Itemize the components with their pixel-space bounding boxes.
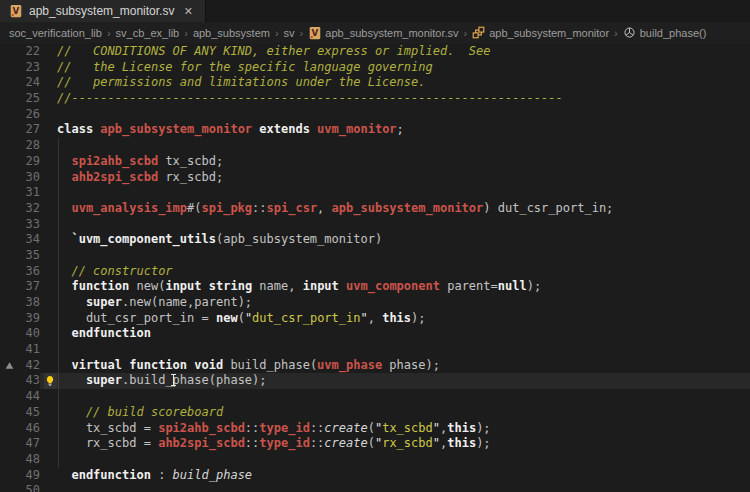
- glyph-margin: [0, 389, 18, 405]
- code-line[interactable]: 33: [0, 217, 750, 233]
- code-text: class apb_subsystem_monitor extends uvm_…: [40, 122, 750, 138]
- breadcrumb-label: apb_subsystem_monitor.sv: [325, 27, 458, 39]
- glyph-margin: [0, 44, 18, 60]
- code-line[interactable]: 25//------------------------------------…: [0, 91, 750, 107]
- line-number: 37: [18, 279, 40, 295]
- breadcrumb-item-build-phase-[interactable]: build_phase(): [623, 26, 707, 39]
- code-line[interactable]: 45 // build scoreboard: [0, 405, 750, 421]
- code-line[interactable]: 23// the License for the specific langua…: [0, 60, 750, 76]
- code-line[interactable]: 47 rx_scbd = ahb2spi_scbd::type_id::crea…: [0, 436, 750, 452]
- breadcrumb-separator: ›: [107, 27, 111, 39]
- code-line[interactable]: 34 `uvm_component_utils(apb_subsystem_mo…: [0, 232, 750, 248]
- code-text: [40, 248, 750, 264]
- breadcrumb-separator: ›: [614, 27, 618, 39]
- symbol-class-icon: [472, 26, 485, 39]
- code-line[interactable]: 26: [0, 107, 750, 123]
- glyph-margin: [0, 279, 18, 295]
- line-number: 49: [18, 468, 40, 484]
- code-line[interactable]: 36 // constructor: [0, 264, 750, 280]
- glyph-margin: [0, 75, 18, 91]
- symbol-method-icon: [623, 26, 636, 39]
- line-number: 23: [18, 60, 40, 76]
- breadcrumb-label: sv: [284, 27, 295, 39]
- code-text: endfunction : build_phase: [40, 468, 750, 484]
- code-text: function new(input string name, input uv…: [40, 279, 750, 295]
- code-line[interactable]: 49 endfunction : build_phase: [0, 468, 750, 484]
- tab-title: apb_subsystem_monitor.sv: [29, 4, 174, 18]
- line-number: 39: [18, 311, 40, 327]
- line-number: 50: [18, 483, 40, 492]
- code-line[interactable]: 32 uvm_analysis_imp#(spi_pkg::spi_csr, a…: [0, 201, 750, 217]
- line-number: 33: [18, 217, 40, 233]
- code-text: rx_scbd = ahb2spi_scbd::type_id::create(…: [40, 436, 750, 452]
- line-number: 38: [18, 295, 40, 311]
- code-line[interactable]: 40 endfunction: [0, 326, 750, 342]
- code-line[interactable]: 35: [0, 248, 750, 264]
- code-text: [40, 452, 750, 468]
- breadcrumb-label: sv_cb_ex_lib: [116, 27, 180, 39]
- code-line[interactable]: 38 super.new(name,parent);: [0, 295, 750, 311]
- line-number: 26: [18, 107, 40, 123]
- code-area: 22// CONDITIONS OF ANY KIND, either expr…: [0, 43, 750, 492]
- tab-apb-subsystem-monitor[interactable]: V apb_subsystem_monitor.sv ✕: [0, 0, 206, 22]
- glyph-margin: [0, 217, 18, 233]
- code-text: // the License for the specific language…: [40, 60, 750, 76]
- code-line[interactable]: 29 spi2ahb_scbd tx_scbd;: [0, 154, 750, 170]
- code-line[interactable]: 43 super.build_phase(phase);: [0, 373, 750, 389]
- breadcrumb-item-apb-subsystem[interactable]: apb_subsystem: [193, 27, 270, 39]
- line-number: 35: [18, 248, 40, 264]
- line-number: 25: [18, 91, 40, 107]
- line-number: 29: [18, 154, 40, 170]
- glyph-margin: [0, 452, 18, 468]
- code-text: [40, 217, 750, 233]
- code-text: [40, 185, 750, 201]
- breadcrumb-item-apb-subsystem-monitor-sv[interactable]: Vapb_subsystem_monitor.sv: [308, 26, 458, 39]
- code-text: virtual function void build_phase(uvm_ph…: [40, 358, 750, 374]
- breadcrumb-item-soc-verification-lib[interactable]: soc_verification_lib: [9, 27, 102, 39]
- breadcrumb-separator: ›: [275, 27, 279, 39]
- code-line[interactable]: 24// permissions and limitations under t…: [0, 75, 750, 91]
- glyph-margin: [0, 468, 18, 484]
- line-number: 24: [18, 75, 40, 91]
- code-line[interactable]: 41: [0, 342, 750, 358]
- code-line[interactable]: 31: [0, 185, 750, 201]
- code-text: [40, 483, 750, 492]
- warning-triangle-icon: [0, 358, 18, 374]
- glyph-margin: [0, 232, 18, 248]
- code-line[interactable]: 42 virtual function void build_phase(uvm…: [0, 358, 750, 374]
- line-number: 34: [18, 232, 40, 248]
- verilog-file-icon: V: [308, 26, 321, 39]
- code-line[interactable]: 28: [0, 138, 750, 154]
- code-line[interactable]: 46 tx_scbd = spi2ahb_scbd::type_id::crea…: [0, 421, 750, 437]
- line-number: 30: [18, 170, 40, 186]
- breadcrumb-label: build_phase(): [640, 27, 707, 39]
- code-text: super.build_phase(phase);: [40, 373, 750, 389]
- close-icon[interactable]: ✕: [182, 5, 195, 18]
- code-editor[interactable]: 22// CONDITIONS OF ANY KIND, either expr…: [0, 43, 750, 492]
- code-line[interactable]: 27class apb_subsystem_monitor extends uv…: [0, 122, 750, 138]
- line-number: 48: [18, 452, 40, 468]
- line-number: 46: [18, 421, 40, 437]
- code-line[interactable]: 22// CONDITIONS OF ANY KIND, either expr…: [0, 44, 750, 60]
- code-line[interactable]: 48: [0, 452, 750, 468]
- line-number: 43: [18, 373, 40, 389]
- glyph-margin: [0, 436, 18, 452]
- breadcrumb-item-sv-cb-ex-lib[interactable]: sv_cb_ex_lib: [116, 27, 180, 39]
- code-line[interactable]: 37 function new(input string name, input…: [0, 279, 750, 295]
- code-text: dut_csr_port_in = new("dut_csr_port_in",…: [40, 311, 750, 327]
- code-text: endfunction: [40, 326, 750, 342]
- code-line[interactable]: 30 ahb2spi_scbd rx_scbd;: [0, 170, 750, 186]
- breadcrumb-item-apb-subsystem-monitor[interactable]: apb_subsystem_monitor: [472, 26, 609, 39]
- vscode-window: V apb_subsystem_monitor.sv ✕ soc_verific…: [0, 0, 750, 492]
- code-line[interactable]: 39 dut_csr_port_in = new("dut_csr_port_i…: [0, 311, 750, 327]
- line-number: 28: [18, 138, 40, 154]
- code-text: //--------------------------------------…: [40, 91, 750, 107]
- breadcrumb-item-sv[interactable]: sv: [284, 27, 295, 39]
- code-line[interactable]: 50: [0, 483, 750, 492]
- line-number: 27: [18, 122, 40, 138]
- code-text: [40, 107, 750, 123]
- code-line[interactable]: 44: [0, 389, 750, 405]
- code-text: uvm_analysis_imp#(spi_pkg::spi_csr, apb_…: [40, 201, 750, 217]
- breadcrumb-label: apb_subsystem_monitor: [489, 27, 609, 39]
- breadcrumb-label: soc_verification_lib: [9, 27, 102, 39]
